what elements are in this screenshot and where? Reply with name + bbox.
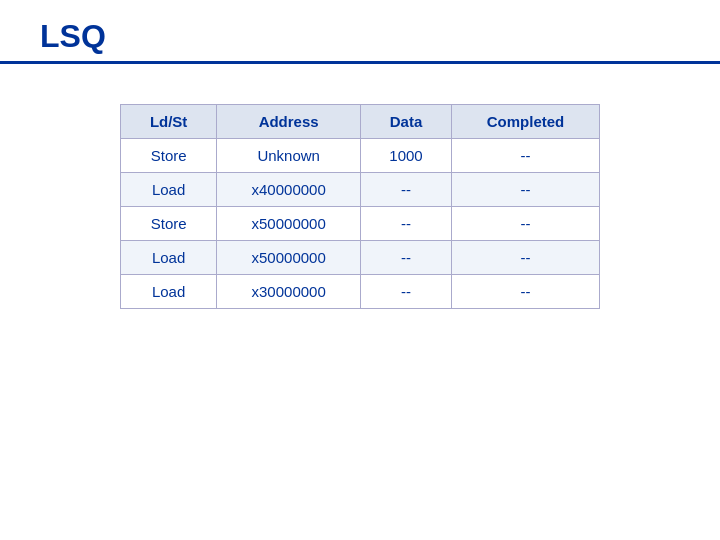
col-header-completed: Completed xyxy=(451,105,599,139)
table-cell: -- xyxy=(361,241,452,275)
table-cell: -- xyxy=(361,275,452,309)
table-cell: -- xyxy=(451,173,599,207)
table-cell: -- xyxy=(361,173,452,207)
col-header-ldst: Ld/St xyxy=(121,105,217,139)
title-underline xyxy=(0,61,720,64)
table-cell: -- xyxy=(451,275,599,309)
table-cell: x50000000 xyxy=(217,207,361,241)
table-cell: Store xyxy=(121,139,217,173)
table-cell: 1000 xyxy=(361,139,452,173)
table-cell: -- xyxy=(451,139,599,173)
table-cell: x50000000 xyxy=(217,241,361,275)
table-row: Storex50000000---- xyxy=(121,207,600,241)
table-container: Ld/St Address Data Completed StoreUnknow… xyxy=(0,94,720,319)
table-cell: Load xyxy=(121,173,217,207)
col-header-data: Data xyxy=(361,105,452,139)
table-cell: -- xyxy=(451,241,599,275)
col-header-address: Address xyxy=(217,105,361,139)
table-cell: Load xyxy=(121,275,217,309)
table-cell: -- xyxy=(451,207,599,241)
page-title: LSQ xyxy=(0,0,720,61)
table-header-row: Ld/St Address Data Completed xyxy=(121,105,600,139)
table-cell: x40000000 xyxy=(217,173,361,207)
table-row: Loadx50000000---- xyxy=(121,241,600,275)
lsq-table: Ld/St Address Data Completed StoreUnknow… xyxy=(120,104,600,309)
table-cell: Unknown xyxy=(217,139,361,173)
table-row: Loadx40000000---- xyxy=(121,173,600,207)
table-cell: Store xyxy=(121,207,217,241)
table-row: Loadx30000000---- xyxy=(121,275,600,309)
table-cell: -- xyxy=(361,207,452,241)
table-row: StoreUnknown1000-- xyxy=(121,139,600,173)
table-cell: x30000000 xyxy=(217,275,361,309)
table-cell: Load xyxy=(121,241,217,275)
